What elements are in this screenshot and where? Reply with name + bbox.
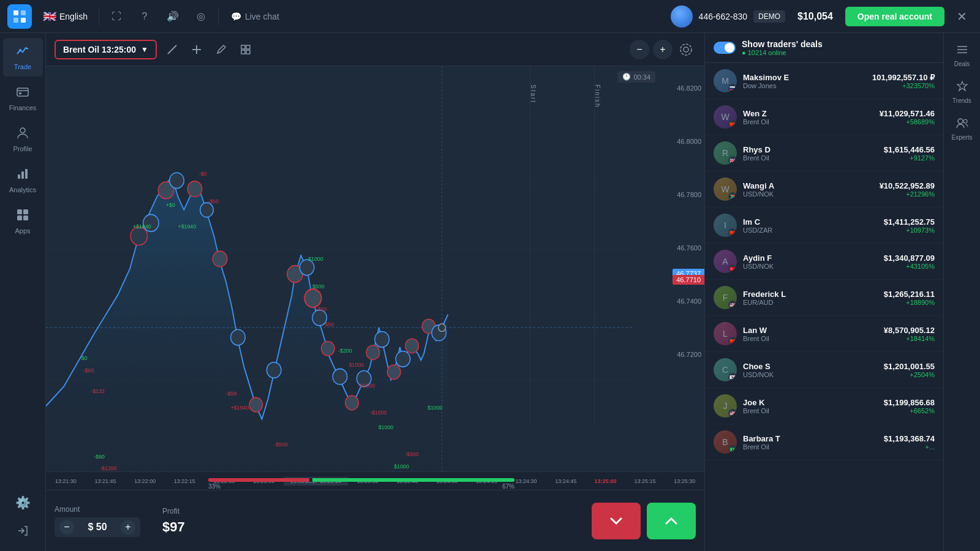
avatar: W🇿🇦	[714, 178, 737, 201]
price-marker-entry: 46.7710	[673, 275, 704, 285]
right-icon-experts[interactable]: Experts	[947, 111, 978, 146]
live-chat-button[interactable]: 💬 Live chat	[225, 9, 285, 24]
language-label: English	[59, 12, 88, 21]
list-item[interactable]: C🇰🇷 Choe S USD/NOK $1,201,001.55 +2504%	[705, 352, 943, 388]
svg-point-41	[249, 397, 263, 411]
asset-selector[interactable]: Brent Oil 13:25:00 ▼	[55, 40, 157, 59]
svg-rect-11	[25, 169, 28, 179]
low-pct: 33%	[208, 483, 221, 490]
sidebar-item-settings[interactable]: ⚙️	[3, 489, 43, 516]
trader-pct: +18414%	[884, 335, 935, 342]
sidebar-item-profile[interactable]: Profile	[3, 120, 43, 159]
trader-asset: Brent Oil	[743, 443, 878, 451]
trader-name: Maksimov E	[743, 73, 866, 82]
tool-cross[interactable]	[187, 40, 206, 59]
list-item[interactable]: J🇺🇸 Joe K Brent Oil $1,199,856.68 +6652%	[705, 388, 943, 424]
svg-text:-$1000: -$1000	[358, 383, 374, 389]
amount-decrease-button[interactable]: −	[59, 520, 74, 534]
trader-info: Joe K Brent Oil	[743, 398, 878, 414]
svg-text:-$132: -$132	[91, 388, 105, 394]
amount-increase-button[interactable]: +	[121, 520, 135, 534]
svg-text:-$0: -$0	[199, 171, 207, 177]
amount-section: Amount − $ 50 +	[55, 505, 140, 537]
chart-main[interactable]: 🕐 00:34 Start Finish	[46, 66, 704, 490]
amount-value: $ 50	[79, 522, 116, 533]
trader-info: Aydin F USD/NOK	[743, 253, 878, 270]
svg-point-51	[366, 345, 380, 359]
right-icon-trends[interactable]: Trends	[947, 75, 978, 109]
asset-name: Brent Oil 13:25:00	[63, 45, 136, 54]
svg-rect-3	[21, 18, 26, 23]
signal-button[interactable]: ◎	[190, 6, 212, 28]
logo[interactable]	[7, 4, 32, 29]
sound-button[interactable]: 🔊	[162, 6, 184, 28]
trader-asset: Brent Oil	[743, 407, 878, 414]
trader-name: Wangi A	[743, 181, 873, 190]
amount-label: Amount	[55, 505, 140, 514]
trader-profit: $1,340,877.09 +43105%	[884, 253, 935, 270]
list-item[interactable]: L🇨🇳 Lan W Brent Oil ¥8,570,905.12 +18414…	[705, 316, 943, 352]
trader-pct: +10973%	[884, 227, 935, 234]
trader-asset: Dow Jones	[743, 82, 866, 89]
tool-line[interactable]	[163, 40, 181, 59]
svg-point-33	[130, 227, 147, 246]
trader-name: Choe S	[743, 362, 878, 371]
svg-text:-$1200: -$1200	[100, 465, 116, 471]
trader-pct: +...	[884, 443, 935, 451]
sidebar-item-apps[interactable]: Apps	[3, 202, 43, 241]
tool-pencil[interactable]	[212, 40, 230, 59]
open-account-button[interactable]: Open real account	[845, 7, 944, 26]
progress-labels: 33% 67%	[208, 483, 514, 490]
live-chat-label: Live chat	[245, 12, 279, 21]
settings-chart-icon[interactable]	[676, 40, 696, 59]
svg-rect-23	[246, 50, 250, 54]
list-item[interactable]: W🇿🇦 Wangi A USD/NOK ¥10,522,952.89 +2129…	[705, 171, 943, 208]
down-button[interactable]	[592, 503, 641, 539]
sidebar-item-trade[interactable]: Trade	[3, 38, 43, 77]
svg-text:$1000: $1000	[349, 362, 364, 368]
trader-amount: $1,265,216.11	[884, 290, 935, 299]
zoom-in-button[interactable]: +	[653, 40, 673, 59]
right-icon-deals[interactable]: Deals	[947, 38, 978, 72]
svg-point-42	[266, 362, 281, 378]
y-label-4: 46.7600	[677, 244, 701, 252]
zoom-out-button[interactable]: −	[630, 40, 649, 59]
trader-amount: $1,201,001.55	[884, 362, 935, 371]
language-selector[interactable]: 🇬🇧 English	[38, 7, 92, 26]
list-item[interactable]: M🇷🇺 Maksimov E Dow Jones 101,992,557.10 …	[705, 63, 943, 99]
right-panel: Show traders' deals ● 10214 online M🇷🇺 M…	[704, 33, 943, 551]
experts-label: Experts	[952, 134, 973, 141]
experts-icon	[956, 116, 969, 132]
header: 🇬🇧 English ⛶ ? 🔊 ◎ 💬 Live chat 446-662-8…	[0, 0, 980, 33]
list-item[interactable]: W🇨🇳 Wen Z Brent Oil ¥11,029,571.46 +5868…	[705, 99, 943, 135]
close-button[interactable]: ✕	[951, 6, 973, 28]
sidebar-item-logout[interactable]	[3, 519, 43, 546]
help-button[interactable]: ?	[134, 6, 156, 28]
svg-text:-$500: -$500	[405, 451, 419, 457]
svg-rect-2	[13, 18, 18, 23]
trader-name: Frederick L	[743, 290, 878, 299]
profit-section: Profit $97	[162, 507, 185, 535]
sidebar-item-finances[interactable]: Finances	[3, 79, 43, 118]
avatar-flag: 🇿🇦	[728, 192, 737, 201]
avatar: W🇨🇳	[714, 105, 737, 129]
up-button[interactable]	[647, 503, 696, 539]
list-item[interactable]: R🇬🇧 Rhys D Brent Oil $1,615,446.56 +9127…	[705, 135, 943, 171]
svg-point-58	[439, 324, 446, 332]
tool-grid[interactable]	[236, 40, 255, 59]
trader-name: Wen Z	[743, 109, 873, 118]
balance-display: $10,054	[797, 11, 833, 22]
apps-label: Apps	[15, 227, 30, 234]
list-item[interactable]: F🇺🇸 Frederick L EUR/AUD $1,265,216.11 +1…	[705, 280, 943, 316]
svg-point-49	[345, 395, 359, 410]
traders-toggle[interactable]	[714, 42, 736, 54]
user-avatar	[671, 6, 693, 28]
user-id: 446-662-830	[699, 12, 747, 21]
fullscreen-button[interactable]: ⛶	[105, 6, 127, 28]
list-item[interactable]: I🇨🇳 Im C USD/ZAR $1,411,252.75 +10973%	[705, 208, 943, 244]
svg-rect-21	[246, 45, 250, 49]
list-item[interactable]: B🇧🇷 Barbara T Brent Oil $1,193,368.74 +.…	[705, 424, 943, 460]
settings-icon: ⚙️	[15, 495, 31, 510]
list-item[interactable]: A🇹🇷 Aydin F USD/NOK $1,340,877.09 +43105…	[705, 244, 943, 280]
sidebar-item-analytics[interactable]: Analytics	[3, 161, 43, 200]
